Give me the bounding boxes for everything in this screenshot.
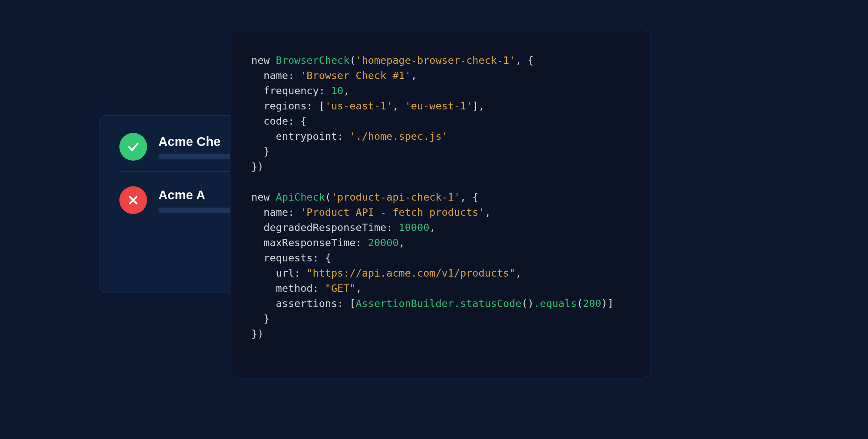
prop-degraded: degradedResponseTime:: [263, 221, 398, 234]
brace-close: }: [263, 145, 270, 158]
str-api-name: 'Product API - fetch products': [300, 206, 484, 218]
sep: ,: [392, 100, 404, 112]
class-browsercheck: BrowserCheck: [276, 54, 350, 66]
num-max: 20000: [368, 237, 399, 249]
str-method: "GET": [325, 282, 356, 294]
obj-close2: }): [251, 328, 263, 340]
str-bc-id: 'homepage-browser-check-1': [356, 54, 516, 66]
regions-close: ],: [472, 100, 484, 112]
kw-new: new: [251, 54, 276, 66]
assert-equals: .equals: [534, 297, 577, 310]
prop-requests: requests: {: [263, 252, 331, 264]
str-url: "https://api.acme.com/v1/products": [306, 267, 515, 279]
check-body: Acme Che: [158, 135, 237, 159]
assert-builder: AssertionBuilder: [356, 297, 454, 310]
str-api-id: 'product-api-check-1': [331, 191, 460, 203]
prop-regions: regions: [: [263, 100, 325, 112]
prop-name: name:: [263, 69, 300, 82]
str-entry: './home.spec.js': [349, 130, 447, 142]
str-region2: 'eu-west-1': [405, 100, 473, 112]
str-region1: 'us-east-1': [325, 100, 393, 112]
code-card: new BrowserCheck('homepage-browser-check…: [230, 30, 651, 377]
check-success-icon: [119, 133, 147, 161]
num-freq: 10: [331, 85, 343, 97]
check-progress-bar-1: [158, 154, 237, 159]
code-block: new BrowserCheck('homepage-browser-check…: [251, 53, 630, 342]
kw-new2: new: [251, 191, 276, 203]
assert-status: .statusCode: [454, 297, 522, 310]
num-200: 200: [583, 297, 601, 310]
brace-close2: }: [263, 313, 270, 325]
prop-method: method:: [276, 282, 325, 294]
prop-max: maxResponseTime:: [263, 237, 368, 249]
prop-name2: name:: [263, 206, 300, 218]
class-apicheck: ApiCheck: [276, 191, 325, 203]
prop-code: code: {: [263, 115, 306, 127]
check-title-1: Acme Che: [158, 135, 237, 149]
assert-close: )]: [602, 297, 614, 310]
prop-assertions: assertions: [: [276, 297, 356, 310]
prop-url: url:: [276, 267, 307, 279]
str-bc-name: 'Browser Check #1': [300, 69, 411, 82]
prop-freq: frequency:: [263, 85, 331, 97]
prop-entry: entrypoint:: [276, 130, 350, 142]
obj-close: }): [251, 161, 263, 173]
num-degraded: 10000: [399, 221, 430, 234]
check-fail-icon: [119, 186, 147, 214]
stage: Acme Che Acme A new BrowserCheck('homepa…: [0, 0, 868, 439]
